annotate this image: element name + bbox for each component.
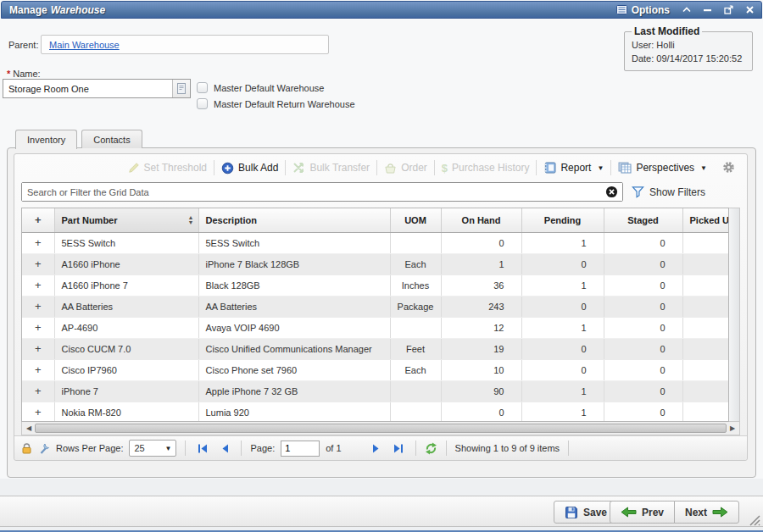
basket-icon bbox=[384, 163, 397, 174]
column-header-staged[interactable]: Staged bbox=[604, 208, 682, 232]
dollar-icon: $ bbox=[442, 162, 448, 175]
add-circle-icon bbox=[221, 162, 234, 175]
cell-picked-up bbox=[682, 380, 729, 402]
show-filters-button[interactable]: Show Filters bbox=[632, 186, 740, 198]
name-lookup-button[interactable] bbox=[172, 80, 190, 97]
prev-page-button[interactable] bbox=[217, 444, 232, 453]
inventory-grid-widget: Set Threshold Bulk Add Bulk Transfer Ord… bbox=[14, 153, 748, 461]
filter-funnel-icon bbox=[632, 186, 644, 198]
table-row[interactable]: +Cisco IP7960Cisco Phone set 7960Each100… bbox=[22, 359, 729, 380]
horizontal-scrollbar[interactable]: ◀ ▶ bbox=[21, 422, 740, 435]
clear-search-button[interactable] bbox=[605, 186, 618, 198]
cell-pending: 0 bbox=[521, 253, 604, 274]
row-expander[interactable]: + bbox=[22, 296, 54, 317]
cell-on-hand: 10 bbox=[441, 359, 521, 380]
report-button[interactable]: Report ▼ bbox=[537, 162, 610, 174]
cell-part-number: Cisco IP7960 bbox=[54, 359, 198, 380]
perspectives-button[interactable]: Perspectives ▼ bbox=[611, 162, 714, 174]
cell-description: AA Batteries bbox=[198, 296, 390, 317]
table-row[interactable]: +A1660 iPhoneiPhone 7 Black 128GBEach100 bbox=[22, 253, 729, 274]
name-input[interactable] bbox=[3, 80, 172, 97]
column-header-description[interactable]: Description bbox=[198, 208, 390, 232]
grid-search-row: Show Filters bbox=[14, 181, 747, 208]
row-expander[interactable]: + bbox=[22, 338, 54, 359]
purchase-history-button[interactable]: $ Purchase History bbox=[435, 162, 537, 175]
last-page-button[interactable] bbox=[390, 444, 407, 453]
row-expander[interactable]: + bbox=[22, 317, 54, 338]
row-expander[interactable]: + bbox=[22, 253, 54, 274]
cell-picked-up bbox=[682, 402, 729, 422]
cell-staged: 0 bbox=[604, 402, 682, 422]
table-row[interactable]: +AA BatteriesAA BatteriesPackage24300 bbox=[22, 296, 729, 317]
table-row[interactable]: +Nokia RM-820Lumia 920010 bbox=[22, 402, 729, 422]
table-row[interactable]: +iPhone 7Apple iPhone 7 32 GB9010 bbox=[22, 380, 729, 402]
options-button[interactable]: Options bbox=[616, 4, 670, 16]
next-page-button[interactable] bbox=[369, 444, 384, 453]
grid-header-row: + Part Number ▲▼ Description UOM On Hand… bbox=[22, 208, 729, 232]
table-row[interactable]: +5ESS Switch5ESS Switch010 bbox=[22, 232, 729, 253]
search-input[interactable] bbox=[22, 183, 622, 201]
cell-description: Black 128GB bbox=[198, 274, 390, 296]
inventory-panel: Set Threshold Bulk Add Bulk Transfer Ord… bbox=[7, 147, 756, 478]
first-page-button[interactable] bbox=[194, 444, 211, 453]
restore-button[interactable] bbox=[724, 5, 733, 14]
cell-picked-up bbox=[682, 232, 729, 253]
cell-description: 5ESS Switch bbox=[198, 232, 390, 253]
tab-inventory[interactable]: Inventory bbox=[15, 130, 77, 149]
set-threshold-button[interactable]: Set Threshold bbox=[121, 162, 214, 174]
column-header-uom[interactable]: UOM bbox=[390, 208, 441, 232]
green-left-arrow-icon bbox=[621, 507, 637, 518]
grid-settings-button[interactable] bbox=[714, 161, 742, 175]
column-header-part-number[interactable]: Part Number ▲▼ bbox=[54, 208, 198, 232]
cell-description: Cisco Unified Communications Manager bbox=[198, 338, 390, 359]
parent-warehouse-link[interactable]: Main Warehouse bbox=[49, 40, 120, 50]
column-header-on-hand[interactable]: On Hand bbox=[441, 208, 521, 232]
row-expander[interactable]: + bbox=[22, 380, 54, 402]
expand-all-header[interactable]: + bbox=[22, 208, 54, 232]
parent-field: Main Warehouse bbox=[41, 35, 329, 54]
column-header-picked-up[interactable]: Picked Up bbox=[682, 208, 729, 232]
wrench-icon[interactable] bbox=[38, 443, 50, 454]
gear-icon bbox=[722, 165, 735, 175]
cell-staged: 0 bbox=[604, 380, 682, 402]
row-expander[interactable]: + bbox=[22, 402, 54, 422]
order-button[interactable]: Order bbox=[377, 162, 434, 174]
master-default-checkbox[interactable] bbox=[197, 82, 208, 93]
cell-description: Apple iPhone 7 32 GB bbox=[198, 380, 390, 402]
scroll-right-arrow[interactable]: ▶ bbox=[727, 424, 738, 432]
refresh-icon[interactable] bbox=[425, 442, 437, 455]
row-expander[interactable]: + bbox=[22, 359, 54, 380]
vertical-scrollbar[interactable] bbox=[729, 208, 740, 422]
scrollbar-thumb[interactable] bbox=[35, 424, 727, 433]
resize-grip[interactable] bbox=[747, 513, 760, 526]
row-expander[interactable]: + bbox=[22, 232, 54, 253]
cell-pending: 1 bbox=[521, 380, 604, 402]
cell-staged: 0 bbox=[604, 296, 682, 317]
scroll-left-arrow[interactable]: ◀ bbox=[23, 424, 35, 432]
save-button[interactable]: Save bbox=[554, 501, 618, 524]
master-default-return-label: Master Default Return Warehouse bbox=[214, 99, 355, 109]
master-default-warehouse-option: Master Default Warehouse bbox=[197, 82, 324, 93]
last-modified-date: Date: 09/14/2017 15:20:52 bbox=[632, 52, 745, 65]
table-row[interactable]: +A1660 iPhone 7Black 128GBInches3610 bbox=[22, 274, 729, 296]
minimize-icon bbox=[704, 8, 711, 12]
cell-picked-up bbox=[682, 317, 729, 338]
table-row[interactable]: +Cisco CUCM 7.0Cisco Unified Communicati… bbox=[22, 338, 729, 359]
master-default-return-checkbox[interactable] bbox=[197, 98, 208, 109]
tab-contacts[interactable]: Contacts bbox=[81, 130, 142, 148]
cell-uom: Feet bbox=[390, 338, 441, 359]
next-button[interactable]: Next bbox=[674, 501, 739, 524]
row-expander[interactable]: + bbox=[22, 274, 54, 296]
lock-icon[interactable] bbox=[21, 443, 32, 454]
bulk-transfer-button[interactable]: Bulk Transfer bbox=[286, 162, 376, 174]
prev-button[interactable]: Prev bbox=[610, 501, 675, 524]
bulk-add-button[interactable]: Bulk Add bbox=[214, 162, 285, 175]
cell-on-hand: 1 bbox=[441, 253, 521, 274]
rows-per-page-select[interactable]: 25 ▼ bbox=[129, 440, 176, 457]
minimize-button[interactable] bbox=[704, 8, 711, 12]
page-number-input[interactable] bbox=[281, 441, 320, 457]
close-button[interactable] bbox=[746, 6, 754, 14]
table-row[interactable]: +AP-4690Avaya VOIP 46901210 bbox=[22, 317, 729, 338]
column-header-pending[interactable]: Pending bbox=[521, 208, 604, 232]
collapse-button[interactable] bbox=[682, 7, 691, 13]
